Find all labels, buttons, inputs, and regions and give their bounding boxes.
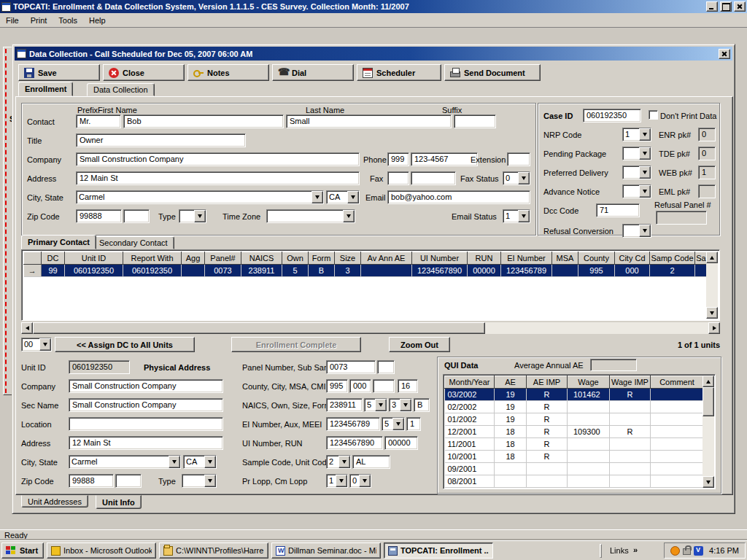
task-word[interactable]: Dillman Seminar.doc - Mic... — [271, 542, 381, 559]
sub-sample-field[interactable] — [377, 360, 395, 374]
chevron-down-icon[interactable] — [518, 210, 530, 222]
email-field[interactable]: bob@yahoo.com — [387, 190, 530, 204]
address-field[interactable]: 12 Main St — [76, 171, 360, 185]
dialog-close-button[interactable] — [719, 49, 730, 59]
zip-ext-field[interactable] — [123, 209, 150, 223]
phone-area-field[interactable]: 999 — [387, 152, 409, 166]
email-status-dropdown[interactable]: 1 — [503, 209, 530, 223]
chevron-down-icon[interactable] — [639, 225, 651, 237]
phone-number-field[interactable]: 123-4567 — [411, 152, 478, 166]
unit-state-dropdown[interactable]: CA — [183, 455, 217, 469]
chevron-down-icon[interactable] — [639, 185, 651, 198]
state-dropdown[interactable]: CA — [326, 190, 360, 204]
scroll-right-icon[interactable] — [708, 322, 720, 334]
zip-field[interactable]: 99888 — [76, 209, 122, 223]
column-header[interactable]: EI Number — [501, 252, 552, 265]
dcc-code-field[interactable]: 71 — [596, 203, 640, 217]
sec-name-field[interactable]: Small Construction Company — [69, 398, 223, 412]
chevron-down-icon[interactable] — [639, 166, 651, 179]
case-id-field[interactable]: 060192350 — [583, 109, 641, 122]
unit-zip-field[interactable]: 99888 — [69, 474, 114, 488]
table-row[interactable]: 03/200219R101462R — [445, 389, 704, 401]
cm-lopp-dropdown[interactable]: 0 — [349, 474, 371, 488]
column-header[interactable] — [24, 252, 42, 265]
taskbar-divider[interactable] — [600, 544, 602, 558]
location-field[interactable] — [69, 417, 223, 431]
chevron-down-icon[interactable] — [311, 191, 323, 203]
table-row[interactable]: 10/200118R — [445, 451, 704, 463]
chevron-down-icon[interactable] — [639, 147, 651, 160]
unit-address-field[interactable]: 12 Main St — [69, 436, 223, 450]
unit-type-dropdown[interactable] — [182, 474, 217, 488]
column-header[interactable]: Agg — [182, 252, 205, 265]
panel-number-field[interactable]: 0073 — [326, 360, 376, 374]
unit-zip-ext-field[interactable] — [115, 474, 142, 488]
task-topcati[interactable]: TOPCATI: Enrollment ... — [384, 542, 493, 559]
title-field[interactable]: Owner — [76, 133, 246, 147]
suffix-field[interactable] — [454, 114, 496, 128]
nrp-code-dropdown[interactable]: 1 — [622, 128, 651, 141]
menu-help[interactable]: Help — [83, 15, 112, 26]
task-outlook[interactable]: Inbox - Microsoft Outlook — [47, 542, 156, 559]
unit-code-field[interactable]: AL — [352, 455, 390, 469]
links-label[interactable]: Links — [610, 546, 629, 555]
column-header[interactable]: Comment — [651, 376, 704, 389]
county-field[interactable]: 995 — [326, 379, 348, 393]
scroll-down-icon[interactable] — [706, 307, 718, 319]
first-name-field[interactable]: Bob — [123, 114, 284, 128]
scroll-down-icon[interactable] — [703, 476, 714, 488]
minimize-button[interactable] — [706, 1, 718, 12]
column-header[interactable]: County — [578, 252, 615, 265]
chevron-down-icon[interactable] — [169, 456, 180, 468]
table-row[interactable]: 11/200118R — [445, 438, 704, 451]
chevron-down-icon[interactable] — [343, 210, 355, 222]
city-cd-field[interactable]: 000 — [349, 379, 371, 393]
hscroll-thumb[interactable] — [33, 322, 485, 334]
last-name-field[interactable]: Small — [286, 114, 452, 128]
chevron-down-icon[interactable] — [375, 399, 387, 411]
column-header[interactable]: Samp Code — [650, 252, 695, 265]
table-row[interactable]: 08/2001 — [445, 475, 704, 488]
tab-data-collection[interactable]: Data Collection — [87, 83, 155, 96]
table-row[interactable]: →9906019235006019235000732389115B3123456… — [24, 265, 708, 277]
sample-code-dropdown[interactable]: 2 — [326, 455, 351, 469]
pending-package-dropdown[interactable] — [622, 147, 651, 160]
chevron-down-icon[interactable] — [338, 456, 350, 468]
advance-notice-dropdown[interactable] — [622, 184, 651, 198]
table-row[interactable]: 01/200219R — [445, 413, 704, 426]
chevron-down-icon[interactable] — [204, 456, 216, 468]
menu-file[interactable]: File — [0, 15, 25, 26]
column-header[interactable]: Size — [335, 252, 361, 265]
time-zone-dropdown[interactable] — [266, 209, 355, 223]
column-header[interactable]: Sa — [695, 252, 708, 265]
tab-enrollment[interactable]: Enrollment — [18, 82, 73, 96]
close-dialog-button[interactable]: Close — [103, 64, 185, 81]
table-row[interactable]: 02/200219R — [445, 401, 704, 413]
unit-grid-vscrollbar[interactable] — [706, 252, 718, 319]
preferred-delivery-dropdown[interactable] — [622, 166, 651, 179]
chevron-down-icon[interactable] — [336, 475, 347, 487]
cmi-field[interactable]: 16 — [398, 379, 418, 393]
pr-lopp-dropdown[interactable]: 1 — [326, 474, 348, 488]
start-button[interactable]: Start — [1, 542, 44, 559]
size-dropdown[interactable]: 3 — [389, 398, 412, 412]
dc-code-dropdown[interactable]: 00 — [21, 338, 52, 351]
shield-icon[interactable] — [694, 546, 703, 556]
scroll-left-icon[interactable] — [21, 322, 33, 334]
zoom-out-button[interactable]: Zoom Out — [389, 337, 450, 352]
unit-city-dropdown[interactable]: Carmel — [69, 455, 181, 469]
chevron-down-icon[interactable] — [194, 210, 206, 222]
column-header[interactable]: AE — [495, 376, 527, 389]
column-header[interactable]: MSA — [552, 252, 578, 265]
links-chevron-icon[interactable] — [633, 545, 638, 554]
column-header[interactable]: Report With — [123, 252, 182, 265]
qui-vscrollbar[interactable] — [703, 376, 714, 488]
tab-unit-info[interactable]: Unit Info — [96, 495, 142, 509]
menu-tools[interactable]: Tools — [53, 15, 83, 26]
scroll-up-icon[interactable] — [703, 376, 714, 387]
unit-grid-hscrollbar[interactable] — [21, 322, 720, 334]
tab-unit-addresses[interactable]: Unit Addresses — [21, 495, 88, 508]
table-row[interactable]: 09/2001 — [445, 463, 704, 475]
menu-print[interactable]: Print — [25, 15, 53, 26]
chevron-down-icon[interactable] — [392, 418, 404, 430]
